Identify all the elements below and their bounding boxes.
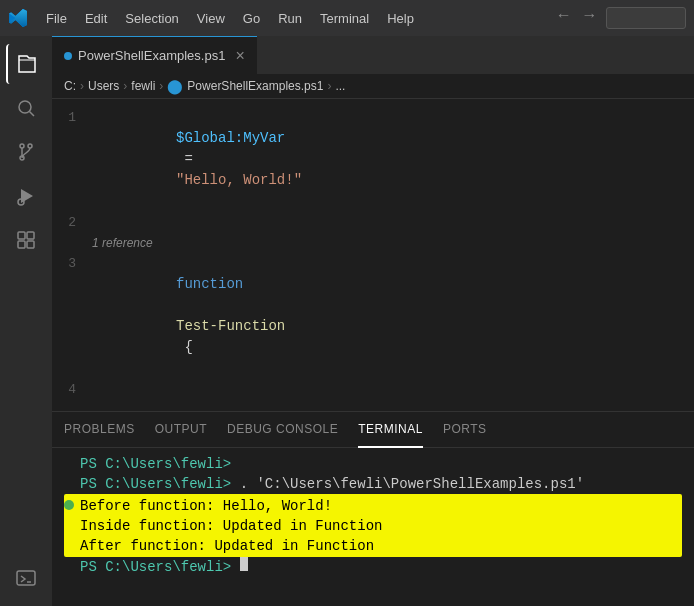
svg-marker-5 bbox=[21, 189, 33, 203]
terminal-cursor bbox=[240, 557, 248, 571]
green-dot bbox=[64, 500, 74, 510]
terminal-line-5: After function: Updated in Function bbox=[64, 536, 682, 556]
output-highlight-block: Before function: Hello, World! Inside fu… bbox=[64, 494, 682, 557]
tab-ports[interactable]: PORTS bbox=[443, 412, 487, 448]
breadcrumb-filename: PowerShellExamples.ps1 bbox=[187, 79, 323, 93]
terminal-line-2: PS C:\Users\fewli> . 'C:\Users\fewli\Pow… bbox=[64, 474, 682, 494]
run-debug-icon[interactable] bbox=[6, 176, 46, 216]
svg-rect-10 bbox=[27, 241, 34, 248]
terminal-line-3: Before function: Hello, World! bbox=[64, 495, 682, 516]
tab-bar: PowerShellExamples.ps1 × bbox=[52, 36, 694, 74]
code-line-3: 3 function Test-Function { bbox=[52, 253, 694, 379]
sep-1: › bbox=[80, 79, 84, 93]
terminal-line-1: PS C:\Users\fewli> bbox=[64, 454, 682, 474]
editor-area: PowerShellExamples.ps1 × C: › Users › fe… bbox=[52, 36, 694, 606]
empty-dot-1 bbox=[64, 458, 74, 468]
empty-dot-5 bbox=[64, 561, 74, 571]
breadcrumb-ellipsis: ... bbox=[335, 79, 345, 93]
panel-tabs: PROBLEMS OUTPUT DEBUG CONSOLE TERMINAL P… bbox=[52, 412, 694, 448]
code-line-2: 2 bbox=[52, 212, 694, 233]
menu-terminal[interactable]: Terminal bbox=[312, 7, 377, 30]
tab-output[interactable]: OUTPUT bbox=[155, 412, 207, 448]
menu-selection[interactable]: Selection bbox=[117, 7, 186, 30]
menu-edit[interactable]: Edit bbox=[77, 7, 115, 30]
svg-point-2 bbox=[20, 144, 24, 148]
breadcrumb-c: C: bbox=[64, 79, 76, 93]
empty-dot-4 bbox=[64, 540, 74, 550]
tab-indicator bbox=[64, 52, 72, 60]
main-layout: PowerShellExamples.ps1 × C: › Users › fe… bbox=[0, 36, 694, 606]
sep-4: › bbox=[327, 79, 331, 93]
breadcrumb-fewli: fewli bbox=[131, 79, 155, 93]
terminal-line-4: Inside function: Updated in Function bbox=[64, 516, 682, 536]
search-box[interactable] bbox=[606, 7, 686, 29]
extensions-icon[interactable] bbox=[6, 220, 46, 260]
ps-icon: ⬤ bbox=[167, 78, 183, 94]
menu-items: File Edit Selection View Go Run Terminal… bbox=[38, 7, 555, 30]
menu-run[interactable]: Run bbox=[270, 7, 310, 30]
breadcrumb: C: › Users › fewli › ⬤ PowerShellExample… bbox=[52, 74, 694, 99]
code-line-1: 1 $Global:MyVar = "Hello, World!" bbox=[52, 107, 694, 212]
activity-bar bbox=[0, 36, 52, 606]
svg-line-1 bbox=[30, 112, 35, 117]
search-icon[interactable] bbox=[6, 88, 46, 128]
svg-rect-9 bbox=[18, 241, 25, 248]
reference-hint-container: 1 reference bbox=[52, 233, 694, 253]
menu-view[interactable]: View bbox=[189, 7, 233, 30]
menu-go[interactable]: Go bbox=[235, 7, 268, 30]
code-editor[interactable]: 1 $Global:MyVar = "Hello, World!" 2 1 re… bbox=[52, 99, 694, 411]
empty-dot-3 bbox=[64, 520, 74, 530]
tab-debug-console[interactable]: DEBUG CONSOLE bbox=[227, 412, 338, 448]
tab-close-button[interactable]: × bbox=[235, 48, 244, 64]
back-arrow[interactable]: ← bbox=[555, 7, 573, 29]
code-line-4: 4 $Global:MyVar = "Updated in Function" bbox=[52, 379, 694, 411]
menu-help[interactable]: Help bbox=[379, 7, 422, 30]
panel: PROBLEMS OUTPUT DEBUG CONSOLE TERMINAL P… bbox=[52, 411, 694, 606]
svg-rect-7 bbox=[18, 232, 25, 239]
svg-point-3 bbox=[28, 144, 32, 148]
tab-problems[interactable]: PROBLEMS bbox=[64, 412, 135, 448]
terminal-line-6: PS C:\Users\fewli> bbox=[64, 557, 682, 577]
explorer-icon[interactable] bbox=[6, 44, 46, 84]
sep-3: › bbox=[159, 79, 163, 93]
forward-arrow[interactable]: → bbox=[580, 7, 598, 29]
empty-dot-2 bbox=[64, 478, 74, 488]
file-tab[interactable]: PowerShellExamples.ps1 × bbox=[52, 36, 257, 74]
terminal-activity-icon[interactable] bbox=[6, 558, 46, 598]
svg-rect-11 bbox=[17, 571, 35, 585]
tab-filename: PowerShellExamples.ps1 bbox=[78, 48, 225, 63]
svg-rect-8 bbox=[27, 232, 34, 239]
svg-point-0 bbox=[19, 101, 31, 113]
reference-hint: 1 reference bbox=[92, 233, 694, 253]
menu-file[interactable]: File bbox=[38, 7, 75, 30]
terminal-content[interactable]: PS C:\Users\fewli> PS C:\Users\fewli> . … bbox=[52, 448, 694, 606]
source-control-icon[interactable] bbox=[6, 132, 46, 172]
vscode-logo bbox=[8, 8, 28, 28]
tab-terminal[interactable]: TERMINAL bbox=[358, 412, 423, 448]
breadcrumb-users: Users bbox=[88, 79, 119, 93]
sep-2: › bbox=[123, 79, 127, 93]
nav-buttons: ← → bbox=[555, 7, 686, 29]
menu-bar: File Edit Selection View Go Run Terminal… bbox=[0, 0, 694, 36]
